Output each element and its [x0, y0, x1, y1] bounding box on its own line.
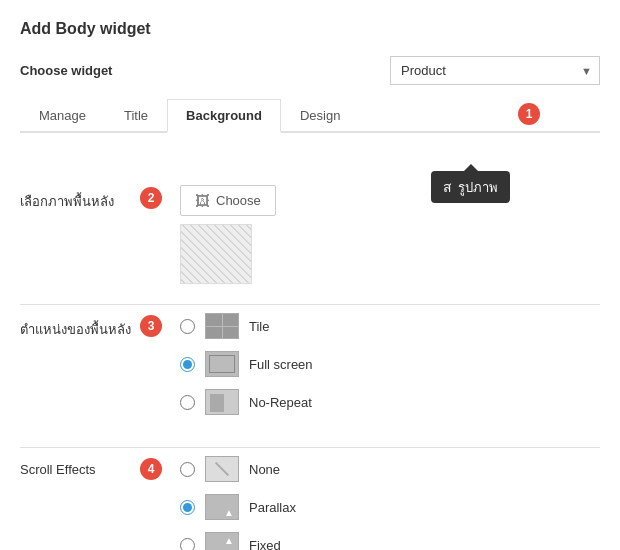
tabs-row: Manage Title Background Design 1 — [20, 99, 600, 133]
tab-title[interactable]: Title — [105, 99, 167, 133]
tooltip-box: ส รูปภาพ — [431, 171, 510, 203]
norepeat-label: No-Repeat — [249, 395, 312, 410]
tab-design[interactable]: Design — [281, 99, 359, 133]
option-parallax[interactable]: Parallax — [180, 494, 600, 520]
choose-button[interactable]: 🖼 Choose — [180, 185, 276, 216]
parallax-icon — [205, 494, 239, 520]
choose-widget-label: Choose widget — [20, 63, 120, 78]
badge-4: 4 — [140, 458, 162, 480]
radio-norepeat[interactable] — [180, 395, 195, 410]
option-norepeat[interactable]: No-Repeat — [180, 389, 600, 415]
divider-1 — [20, 304, 600, 305]
radio-none[interactable] — [180, 462, 195, 477]
none-icon — [205, 456, 239, 482]
choose-widget-row: Choose widget Product Text Image Slider … — [20, 56, 600, 85]
none-label: None — [249, 462, 280, 477]
tile-icon — [205, 313, 239, 339]
option-none[interactable]: None — [180, 456, 600, 482]
widget-select[interactable]: Product Text Image Slider — [390, 56, 600, 85]
option-tile[interactable]: Tile — [180, 313, 600, 339]
position-content: Tile Full screen No-Repeat — [180, 313, 600, 427]
widget-select-wrap: Product Text Image Slider ▼ — [390, 56, 600, 85]
radio-fixed[interactable] — [180, 538, 195, 551]
page-title: Add Body widget — [20, 20, 600, 38]
radio-tile[interactable] — [180, 319, 195, 334]
main-container: Add Body widget Choose widget Product Te… — [0, 0, 620, 550]
content-area: เลือกภาพพื้นหลัง 2 🖼 Choose ตำแหน่งของพื… — [20, 133, 600, 550]
badge-2: 2 — [140, 187, 162, 209]
tile-label: Tile — [249, 319, 269, 334]
background-image-section: เลือกภาพพื้นหลัง 2 🖼 Choose — [20, 185, 600, 284]
tooltip-label: รูปภาพ — [458, 177, 498, 198]
badge-3: 3 — [140, 315, 162, 337]
image-preview — [180, 224, 252, 284]
fullscreen-icon — [205, 351, 239, 377]
position-section: ตำแหน่งของพื้นหลัง 3 Tile Full screen No… — [20, 313, 600, 427]
scroll-content: None Parallax Fixed — [180, 456, 600, 550]
fixed-label: Fixed — [249, 538, 281, 551]
norepeat-icon — [205, 389, 239, 415]
background-content: 🖼 Choose — [180, 185, 600, 284]
option-fullscreen[interactable]: Full screen — [180, 351, 600, 377]
radio-fullscreen[interactable] — [180, 357, 195, 372]
badge-1: 1 — [518, 103, 540, 125]
parallax-label: Parallax — [249, 500, 296, 515]
tab-manage[interactable]: Manage — [20, 99, 105, 133]
scroll-section: Scroll Effects 4 None Parallax Fixed — [20, 456, 600, 550]
image-icon: 🖼 — [195, 192, 210, 209]
radio-parallax[interactable] — [180, 500, 195, 515]
option-fixed[interactable]: Fixed — [180, 532, 600, 550]
image-pattern — [181, 225, 251, 283]
tab-background[interactable]: Background — [167, 99, 281, 133]
choose-button-label: Choose — [216, 193, 261, 208]
fullscreen-label: Full screen — [249, 357, 313, 372]
tooltip-icon: ส — [443, 176, 452, 198]
fixed-icon — [205, 532, 239, 550]
divider-2 — [20, 447, 600, 448]
